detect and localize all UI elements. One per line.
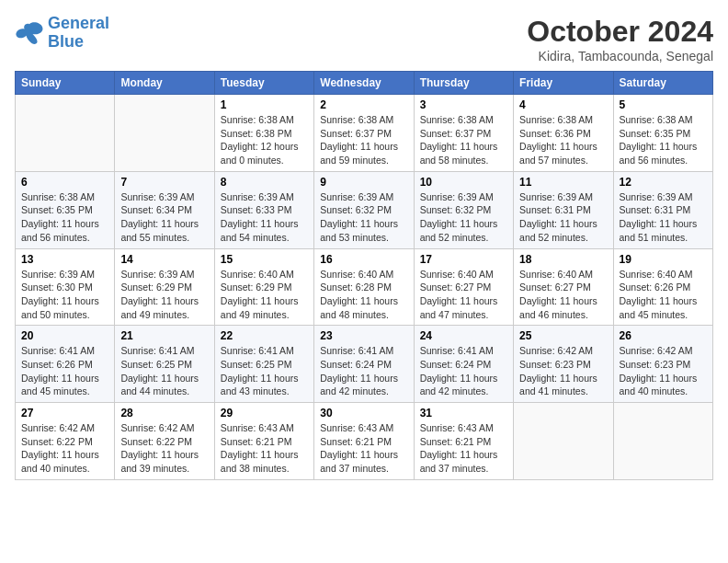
day-number: 1 [221,98,308,111]
logo-line1: General [48,14,109,32]
calendar-cell: 7Sunrise: 6:39 AM Sunset: 6:34 PM Daylig… [115,171,214,248]
day-number: 29 [221,407,308,419]
calendar-cell: 21Sunrise: 6:41 AM Sunset: 6:25 PM Dayli… [115,326,214,403]
header-day-sunday: Sunday [16,72,115,95]
calendar-cell: 27Sunrise: 6:42 AM Sunset: 6:22 PM Dayli… [16,403,115,480]
day-number: 10 [420,176,507,189]
week-row-3: 13Sunrise: 6:39 AM Sunset: 6:30 PM Dayli… [16,248,713,326]
week-row-4: 20Sunrise: 6:41 AM Sunset: 6:26 PM Dayli… [16,326,713,403]
calendar-cell: 17Sunrise: 6:40 AM Sunset: 6:27 PM Dayli… [414,248,513,326]
calendar-cell: 1Sunrise: 6:38 AM Sunset: 6:38 PM Daylig… [214,95,313,172]
calendar-cell: 15Sunrise: 6:40 AM Sunset: 6:29 PM Dayli… [214,248,313,326]
day-number: 4 [519,98,607,111]
day-info: Sunrise: 6:42 AM Sunset: 6:23 PM Dayligh… [519,344,607,398]
logo-line2: Blue [48,32,84,51]
calendar-cell: 3Sunrise: 6:38 AM Sunset: 6:37 PM Daylig… [414,95,513,172]
calendar-cell: 12Sunrise: 6:39 AM Sunset: 6:31 PM Dayli… [613,171,712,248]
day-number: 17 [420,253,507,266]
day-number: 28 [120,407,208,419]
calendar-cell: 2Sunrise: 6:38 AM Sunset: 6:37 PM Daylig… [314,95,414,172]
day-number: 12 [620,176,707,189]
calendar-cell: 19Sunrise: 6:40 AM Sunset: 6:26 PM Dayli… [613,248,712,326]
calendar-body: 1Sunrise: 6:38 AM Sunset: 6:38 PM Daylig… [16,95,713,480]
day-info: Sunrise: 6:43 AM Sunset: 6:21 PM Dayligh… [221,421,308,476]
day-number: 3 [420,98,507,111]
day-number: 14 [120,253,208,266]
calendar-cell: 6Sunrise: 6:38 AM Sunset: 6:35 PM Daylig… [16,171,115,248]
calendar-cell: 20Sunrise: 6:41 AM Sunset: 6:26 PM Dayli… [16,326,115,403]
calendar-cell: 24Sunrise: 6:41 AM Sunset: 6:24 PM Dayli… [414,326,513,403]
day-info: Sunrise: 6:43 AM Sunset: 6:21 PM Dayligh… [420,421,507,476]
day-info: Sunrise: 6:42 AM Sunset: 6:22 PM Dayligh… [21,421,108,476]
day-number: 8 [221,176,308,189]
day-number: 21 [120,329,208,342]
logo-text: General Blue [48,15,109,52]
day-number: 25 [519,329,607,342]
day-number: 26 [620,329,707,342]
calendar-cell: 30Sunrise: 6:43 AM Sunset: 6:21 PM Dayli… [314,403,414,480]
header-day-thursday: Thursday [414,72,513,95]
day-info: Sunrise: 6:40 AM Sunset: 6:27 PM Dayligh… [519,268,607,322]
calendar-header: SundayMondayTuesdayWednesdayThursdayFrid… [16,72,713,95]
header-day-tuesday: Tuesday [214,72,313,95]
week-row-5: 27Sunrise: 6:42 AM Sunset: 6:22 PM Dayli… [16,403,713,480]
title-block: October 2024 Kidira, Tambacounda, Senega… [527,15,713,63]
day-info: Sunrise: 6:42 AM Sunset: 6:23 PM Dayligh… [620,344,707,398]
month-title: October 2024 [527,15,713,49]
day-number: 23 [320,329,407,342]
header-row: SundayMondayTuesdayWednesdayThursdayFrid… [16,72,713,95]
day-info: Sunrise: 6:39 AM Sunset: 6:32 PM Dayligh… [320,190,407,245]
day-info: Sunrise: 6:38 AM Sunset: 6:35 PM Dayligh… [21,190,108,245]
day-number: 31 [420,407,507,419]
day-info: Sunrise: 6:38 AM Sunset: 6:38 PM Dayligh… [221,113,308,167]
day-info: Sunrise: 6:40 AM Sunset: 6:26 PM Dayligh… [620,268,707,322]
day-number: 7 [120,176,208,189]
calendar-cell: 5Sunrise: 6:38 AM Sunset: 6:35 PM Daylig… [613,95,712,172]
day-number: 24 [420,329,507,342]
day-info: Sunrise: 6:39 AM Sunset: 6:34 PM Dayligh… [120,190,208,245]
calendar-cell: 18Sunrise: 6:40 AM Sunset: 6:27 PM Dayli… [514,248,613,326]
day-info: Sunrise: 6:41 AM Sunset: 6:24 PM Dayligh… [420,344,507,398]
day-info: Sunrise: 6:40 AM Sunset: 6:29 PM Dayligh… [221,268,308,322]
day-number: 18 [519,253,607,266]
day-info: Sunrise: 6:40 AM Sunset: 6:28 PM Dayligh… [320,268,407,322]
header-day-friday: Friday [514,72,613,95]
day-info: Sunrise: 6:41 AM Sunset: 6:25 PM Dayligh… [120,344,208,398]
calendar-cell: 26Sunrise: 6:42 AM Sunset: 6:23 PM Dayli… [613,326,712,403]
day-info: Sunrise: 6:38 AM Sunset: 6:36 PM Dayligh… [519,113,607,167]
day-number: 22 [221,329,308,342]
day-info: Sunrise: 6:42 AM Sunset: 6:22 PM Dayligh… [120,421,208,476]
calendar-cell [613,403,712,480]
day-number: 13 [21,253,108,266]
day-number: 27 [21,407,108,419]
day-number: 20 [21,329,108,342]
page-header: General Blue October 2024 Kidira, Tambac… [15,15,713,63]
calendar-cell: 16Sunrise: 6:40 AM Sunset: 6:28 PM Dayli… [314,248,414,326]
day-info: Sunrise: 6:39 AM Sunset: 6:32 PM Dayligh… [420,190,507,245]
calendar-cell: 9Sunrise: 6:39 AM Sunset: 6:32 PM Daylig… [314,171,414,248]
calendar-cell: 10Sunrise: 6:39 AM Sunset: 6:32 PM Dayli… [414,171,513,248]
calendar-cell: 23Sunrise: 6:41 AM Sunset: 6:24 PM Dayli… [314,326,414,403]
calendar-cell: 13Sunrise: 6:39 AM Sunset: 6:30 PM Dayli… [16,248,115,326]
calendar-cell: 25Sunrise: 6:42 AM Sunset: 6:23 PM Dayli… [514,326,613,403]
day-number: 5 [620,98,707,111]
calendar-cell: 8Sunrise: 6:39 AM Sunset: 6:33 PM Daylig… [214,171,313,248]
day-number: 19 [620,253,707,266]
day-info: Sunrise: 6:38 AM Sunset: 6:35 PM Dayligh… [620,113,707,167]
day-info: Sunrise: 6:39 AM Sunset: 6:29 PM Dayligh… [120,268,208,322]
day-number: 6 [21,176,108,189]
calendar-cell [115,95,214,172]
day-number: 16 [320,253,407,266]
calendar-cell: 4Sunrise: 6:38 AM Sunset: 6:36 PM Daylig… [514,95,613,172]
week-row-2: 6Sunrise: 6:38 AM Sunset: 6:35 PM Daylig… [16,171,713,248]
calendar-cell: 22Sunrise: 6:41 AM Sunset: 6:25 PM Dayli… [214,326,313,403]
header-day-wednesday: Wednesday [314,72,414,95]
day-number: 2 [320,98,407,111]
day-info: Sunrise: 6:39 AM Sunset: 6:33 PM Dayligh… [221,190,308,245]
calendar-table: SundayMondayTuesdayWednesdayThursdayFrid… [15,71,713,480]
day-info: Sunrise: 6:41 AM Sunset: 6:24 PM Dayligh… [320,344,407,398]
calendar-cell: 31Sunrise: 6:43 AM Sunset: 6:21 PM Dayli… [414,403,513,480]
calendar-cell [514,403,613,480]
calendar-cell: 29Sunrise: 6:43 AM Sunset: 6:21 PM Dayli… [214,403,313,480]
calendar-cell: 14Sunrise: 6:39 AM Sunset: 6:29 PM Dayli… [115,248,214,326]
